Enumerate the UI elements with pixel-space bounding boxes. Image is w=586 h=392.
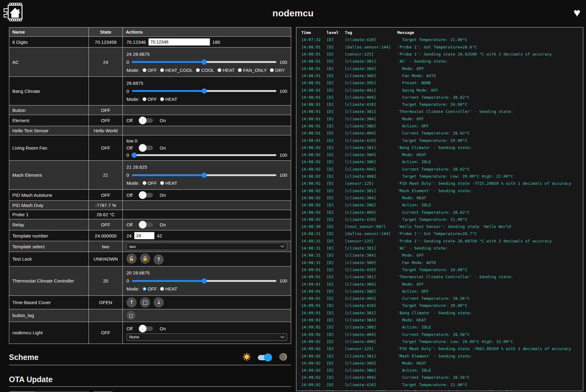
ota-title: OTA Update	[9, 375, 53, 384]
entities-column: Name State Actions 6 Digits 70.123459 70…	[9, 27, 291, 392]
log-row: 14:08:02 [D] [climate:381] 'Bang Climate…	[301, 144, 579, 151]
fan-speed-slider[interactable]	[132, 154, 276, 156]
table-row: Button OFF	[9, 105, 291, 115]
ac-target-slider[interactable]	[132, 61, 276, 63]
slider-max-label: 100	[279, 89, 287, 94]
unlock-button[interactable]	[126, 254, 137, 264]
toggle-off-label: Off	[126, 222, 133, 227]
log-column-level: level	[327, 29, 345, 36]
log-row: 14:08:01 [D] [sensor:125] 'Probe 1': Sen…	[301, 51, 579, 58]
ac-mode-heat-cool-radio[interactable]: HEAT_COOL	[160, 68, 193, 73]
mash-mode-heat-radio[interactable]: HEAT	[160, 180, 177, 186]
scheme-title: Scheme	[9, 353, 39, 362]
log-row: 14:09:02 [D] [climate:408] Target Temper…	[301, 338, 579, 345]
log-row: 14:09:02 [D] [climate:386] Action: IDLE	[301, 367, 579, 374]
switch-knob	[139, 117, 146, 124]
cover-stop-button[interactable]: □	[140, 297, 150, 307]
bang-mode-off-radio[interactable]: OFF	[142, 97, 157, 102]
mode-label: Mode:	[126, 180, 139, 186]
log-row: 14:08:01 [D] [climate:410] Target Temper…	[301, 101, 579, 108]
log-row: 14:08:01 [D] [climate:389] Fan Mode: AUT…	[301, 72, 579, 79]
log-row: 14:08:02 [D] [climate:404] Current Tempe…	[301, 166, 579, 173]
thermostat-target-slider[interactable]	[132, 280, 276, 282]
toggle-on-label: On	[160, 145, 166, 151]
slider-max-label: 100	[279, 278, 287, 283]
toggle-on-label: On	[160, 222, 166, 227]
log-row: 14:08:02 [D] [climate:381] 'Mash Element…	[301, 187, 579, 194]
log-row: 14:08:01 [D] [climate:384] Mode: OFF	[301, 115, 579, 122]
thermostat-mode-heat-radio[interactable]: HEAT	[160, 286, 177, 291]
climate-target-current-label: 24 28.6875	[126, 52, 287, 57]
log-row: 14:07:32 [D] [climate:410] Target Temper…	[301, 36, 579, 43]
log-row: 14:09:01 [D] [climate:381] 'Thermostat C…	[301, 273, 579, 280]
cover-open-button[interactable]: ↑	[126, 297, 137, 307]
slider-min-label: 0	[126, 152, 129, 158]
mash-mode-off-radio[interactable]: OFF	[142, 180, 157, 186]
column-header-name: Name	[9, 27, 89, 37]
table-row: Probe 1 28.62 °C	[9, 210, 291, 219]
toggle-on-label: On	[160, 326, 166, 331]
table-row: PID Mash Duty -7787.7 %	[9, 201, 291, 210]
toggle-off-label: Off	[126, 326, 133, 331]
moon-icon	[279, 353, 287, 362]
log-header-row: Time level Tag Message	[301, 29, 579, 36]
lock-button[interactable]	[140, 254, 150, 264]
table-row: Thermostat Climate Controller 20 20 28.6…	[9, 266, 291, 295]
log-row: 14:08:31 [D] [climate:381] 'AC' - Sendin…	[301, 245, 579, 252]
log-row: 14:09:01 [D] [climate:381] 'Bang Climate…	[301, 309, 579, 316]
ac-mode-dry-radio[interactable]: DRY	[270, 68, 285, 73]
log-row: 14:08:01 [D] [climate:404] Current Tempe…	[301, 94, 579, 101]
table-row: Template number 24.000000 24 42	[9, 230, 291, 241]
table-row: AC 24 24 28.6875 0 100 Mode: OFF HEAT_CO…	[9, 47, 291, 77]
slider-min-label: 0	[126, 172, 129, 178]
fan-toggle-switch[interactable]	[139, 144, 154, 152]
mode-label: Mode:	[126, 286, 139, 291]
arrow-up-icon: ↑	[157, 256, 161, 262]
log-row: 14:08:01 [D] [climate:395] Preset: NONE	[301, 79, 579, 86]
radio-icon	[160, 68, 164, 72]
log-row: 14:09:01 [D] [climate:384] Mode: OFF	[301, 280, 579, 287]
ac-mode-off-radio[interactable]: OFF	[142, 68, 157, 73]
bang-mode-heat-radio[interactable]: HEAT	[160, 97, 177, 102]
ac-mode-fan-only-radio[interactable]: FAN_ONLY	[238, 68, 267, 73]
log-row: 14:08:01 [D] [climate:410] Target Temper…	[301, 137, 579, 144]
button-log-press-button[interactable]: □	[126, 311, 135, 320]
radio-icon	[196, 68, 200, 72]
column-header-state: State	[89, 27, 123, 37]
mode-label: Mode:	[126, 97, 139, 102]
relay-toggle-switch[interactable]	[139, 221, 154, 229]
log-row: 14:08:02 [D] [climate:408] Target Temper…	[301, 173, 579, 180]
log-row: 14:09:02 [D] [climate:384] Mode: HEAT	[301, 360, 579, 367]
table-row: Template select two two	[9, 241, 291, 252]
log-row: 14:08:01 [D] [climate:381] 'Thermostat C…	[301, 108, 579, 115]
log-panel[interactable]: Time level Tag Message 14:07:32 [D] [cli…	[296, 27, 583, 391]
pid-autotune-toggle-switch[interactable]	[139, 191, 154, 199]
element-toggle-switch[interactable]	[139, 117, 154, 124]
thermostat-mode-off-radio[interactable]: OFF	[142, 286, 157, 291]
scheme-toggle-switch[interactable]	[258, 353, 272, 361]
log-row: 14:08:01 [D] [dallas.sensor:144] 'Probe …	[301, 43, 579, 51]
ac-mode-cool-radio[interactable]: COOL	[196, 68, 214, 73]
six-digits-number-input[interactable]	[148, 38, 210, 46]
climate-target-current-label: 21 28.625	[126, 164, 287, 170]
light-effect-dropdown[interactable]: None	[126, 333, 287, 341]
template-select-dropdown[interactable]: two	[126, 243, 287, 250]
bang-climate-target-slider[interactable]	[132, 90, 276, 92]
slider-max-label: 100	[279, 152, 287, 158]
lock-icon	[142, 256, 148, 261]
mash-element-target-slider[interactable]	[132, 174, 276, 176]
table-row: 6 Digits 70.123459 70.12346 180	[9, 37, 291, 47]
template-number-input[interactable]	[134, 232, 155, 239]
table-row: Hello Text Sensor Hello World	[9, 126, 291, 135]
light-toggle-switch[interactable]	[139, 325, 154, 332]
cover-close-button[interactable]: ↓	[154, 297, 164, 307]
slider-max-label: 100	[279, 60, 287, 65]
toggle-off-label: Off	[126, 145, 133, 151]
ac-mode-heat-radio[interactable]: HEAT	[217, 68, 235, 73]
log-row: 14:09:02 [D] [climate:410] Target Temper…	[301, 381, 579, 388]
lock-open-button[interactable]: ↑	[154, 254, 164, 265]
log-row: 14:08:02 [D] [climate:410] Target Temper…	[301, 216, 579, 223]
log-row: 14:08:02 [D] [climate:386] Action: IDLE	[301, 201, 579, 208]
header: nodemcu ♥	[0, 0, 586, 25]
firmware-file-input[interactable]: Choose file No file chosen	[9, 391, 90, 392]
